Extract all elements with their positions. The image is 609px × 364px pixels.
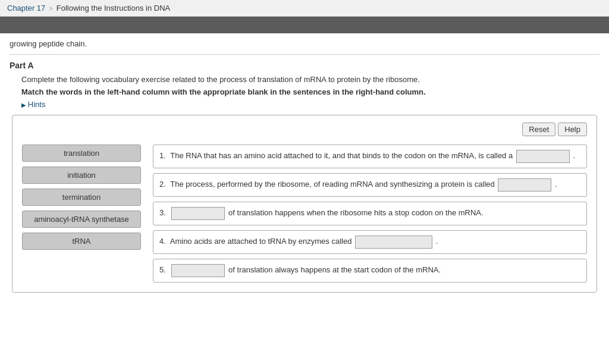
dark-bar (0, 17, 609, 33)
part-a-label: Part A (10, 61, 599, 70)
page-content: growing peptide chain. Part A Complete t… (0, 33, 609, 302)
sentence-1: 1. The RNA that has an amino acid attach… (153, 145, 587, 168)
sentence-4-text-before: Amino acids are attached to tRNA by enzy… (170, 237, 352, 246)
sentence-1-text-before: The RNA that has an amino acid attached … (170, 151, 513, 160)
breadcrumb-current-page: Following the Instructions in DNA (56, 4, 170, 12)
word-translation[interactable]: translation (22, 145, 141, 162)
sentence-5-text-after: of translation always happens at the sta… (228, 265, 441, 274)
sentence-2: 2. The process, performed by the ribosom… (153, 173, 587, 197)
sentence-3-text-after: of translation happens when the ribosome… (228, 208, 484, 217)
word-initiation[interactable]: initiation (22, 167, 141, 184)
sentence-column: 1. The RNA that has an amino acid attach… (153, 145, 587, 283)
instruction-bold: Match the words in the left-hand column … (21, 87, 599, 96)
sentence-4-text-after: . (436, 237, 438, 246)
sentence-4-number: 4. (159, 237, 166, 246)
divider (10, 54, 599, 55)
exercise-box: Reset Help translation initiation termin… (12, 115, 597, 293)
word-aminoacyl-trna-synthetase[interactable]: aminoacyl-tRNA synthetase (22, 211, 141, 228)
sentence-5: 5. of translation always happens at the … (153, 259, 587, 283)
sentence-5-number: 5. (159, 265, 166, 274)
sentence-3-number: 3. (159, 208, 166, 217)
sentence-1-blank[interactable] (516, 150, 570, 163)
breadcrumb-separator: > (49, 5, 52, 12)
hints-link[interactable]: Hints (21, 100, 45, 109)
word-column: translation initiation termination amino… (22, 145, 141, 250)
sentence-3-blank[interactable] (171, 207, 225, 220)
word-termination[interactable]: termination (22, 189, 141, 206)
sentence-1-text-after: . (573, 151, 575, 160)
sentence-2-text-after: . (555, 180, 557, 189)
sentence-3: 3. of translation happens when the ribos… (153, 202, 587, 225)
instruction-text: Complete the following vocabulary exerci… (21, 75, 599, 84)
sentence-2-blank[interactable] (498, 178, 551, 192)
sentence-2-number: 2. (159, 180, 166, 189)
exercise-content: translation initiation termination amino… (22, 145, 587, 283)
exercise-toolbar: Reset Help (22, 123, 587, 136)
growing-text: growing peptide chain. (10, 39, 599, 48)
sentence-5-blank[interactable] (171, 264, 225, 277)
sentence-4-blank[interactable] (355, 236, 432, 249)
breadcrumb-bar: Chapter 17 > Following the Instructions … (0, 0, 609, 17)
word-trna[interactable]: tRNA (22, 233, 141, 250)
breadcrumb-chapter-link[interactable]: Chapter 17 (7, 4, 45, 12)
sentence-1-number: 1. (159, 151, 166, 160)
reset-button[interactable]: Reset (522, 123, 555, 136)
sentence-4: 4. Amino acids are attached to tRNA by e… (153, 230, 587, 254)
help-button[interactable]: Help (558, 123, 587, 136)
sentence-2-text-before: The process, performed by the ribosome, … (170, 180, 495, 189)
